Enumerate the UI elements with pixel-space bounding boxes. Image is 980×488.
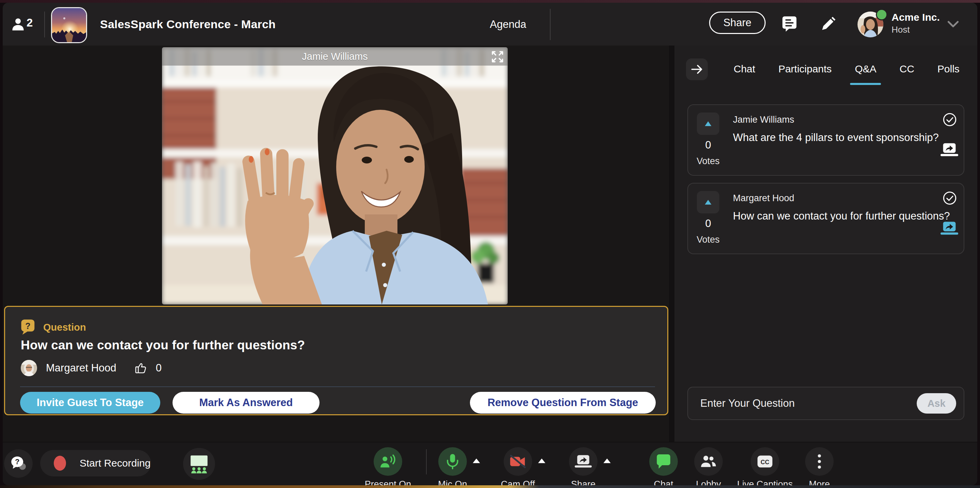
video-title-bar: Jamie Williams: [162, 47, 508, 66]
speaker-video-tile: Jamie Williams: [162, 47, 508, 304]
viewer-count-icon: [11, 17, 25, 33]
question-badge-label: Question: [43, 322, 86, 333]
account-role: Host: [891, 24, 940, 35]
cam-off-icon: [509, 454, 527, 469]
question-author-name: Margaret Hood: [46, 362, 116, 374]
edit-button[interactable]: [819, 14, 838, 33]
more-dots-icon: [817, 454, 821, 469]
topbar-divider: [44, 11, 45, 37]
screen-share-label: Share: [571, 479, 595, 485]
qa-card: 0 Votes Margaret Hood How can we contact…: [687, 183, 964, 254]
invite-guest-button[interactable]: Invite Guest To Stage: [20, 392, 160, 414]
tab-participants[interactable]: Participants: [773, 63, 837, 85]
stage-area: Jamie Williams ? Question: [3, 46, 669, 442]
mic-on-icon: [445, 453, 460, 470]
chat-bubble-icon: [656, 454, 671, 469]
upvote-icon: [704, 120, 712, 127]
account-menu-chevron[interactable]: [947, 21, 959, 29]
bottom-toolbar: ? Start Recording: [3, 442, 977, 485]
push-to-stage-button[interactable]: [940, 143, 958, 158]
speaker-video: [162, 47, 508, 304]
top-bar: 2 SalesSpark Confere: [3, 3, 977, 46]
lobby-label: Lobby: [696, 479, 721, 485]
engagement-sidebar: Chat Participants Q&A CC Polls 0 Votes J…: [675, 46, 977, 442]
present-control[interactable]: Present On: [350, 447, 425, 485]
present-on-icon: [380, 454, 396, 469]
fullscreen-button[interactable]: [491, 50, 504, 63]
tab-chat[interactable]: Chat: [729, 63, 760, 85]
screen-share-icon: [575, 455, 592, 468]
chevron-down-icon: [947, 21, 959, 28]
question-input[interactable]: [700, 397, 917, 410]
notes-icon: [782, 16, 797, 32]
collapse-sidebar-button[interactable]: [686, 59, 708, 80]
nav-agenda[interactable]: Agenda: [479, 18, 537, 30]
arrow-right-icon: [691, 64, 703, 74]
cc-icon: CC: [757, 455, 773, 468]
lobby-people-icon: [700, 454, 717, 469]
app-window: 2 SalesSpark Confere: [3, 3, 977, 485]
event-title: SalesSpark Conference - March: [100, 17, 275, 31]
help-button[interactable]: ?: [4, 449, 33, 478]
cam-label: Cam Off: [501, 479, 535, 485]
viewer-count[interactable]: 2: [27, 16, 33, 29]
tab-qa[interactable]: Q&A: [850, 63, 881, 85]
record-icon: [54, 456, 66, 471]
votes-label: Votes: [691, 234, 725, 245]
qa-card: 0 Votes Jamie Williams What are the 4 pi…: [687, 105, 964, 176]
pencil-icon: [821, 16, 836, 31]
question-author-avatar: [21, 360, 37, 376]
share-to-stage-icon: [940, 143, 958, 157]
start-recording-label: Start Recording: [80, 458, 150, 469]
remove-question-button[interactable]: Remove Question From Stage: [470, 392, 656, 414]
mark-answered-icon-button[interactable]: [943, 191, 957, 207]
share-to-stage-icon-active: [940, 222, 958, 235]
stage-layout-button[interactable]: [183, 448, 215, 480]
tab-polls[interactable]: Polls: [933, 63, 964, 85]
qa-author: Jamie Williams: [733, 114, 794, 125]
topbar-divider-2: [550, 9, 550, 40]
qa-author: Margaret Hood: [733, 193, 794, 204]
camera-options-chevron[interactable]: [538, 458, 546, 465]
svg-text:?: ?: [25, 321, 30, 331]
mic-control[interactable]: Mic On: [415, 447, 490, 485]
qa-question-text: How can we contact you for further quest…: [733, 210, 950, 222]
share-options-chevron[interactable]: [603, 458, 611, 465]
speaker-name: Jamie Williams: [302, 51, 368, 62]
thumbs-up-icon[interactable]: [134, 361, 147, 374]
check-circle-icon: [943, 112, 957, 127]
staged-question-text: How can we contact you for further quest…: [21, 338, 305, 352]
tab-cc[interactable]: CC: [894, 63, 919, 85]
upvote-button[interactable]: [697, 191, 719, 214]
online-status-dot: [876, 9, 888, 21]
qa-question-text: What are the 4 pillars to event sponsors…: [733, 132, 939, 144]
stage-layout-icon: [189, 454, 209, 474]
chevron-up-icon: [538, 458, 546, 464]
desktop-wallpaper-top: [0, 0, 980, 3]
upvote-button[interactable]: [697, 112, 719, 135]
sidebar-tabs: Chat Participants Q&A CC Polls: [722, 63, 971, 85]
account-name: Acme Inc.: [891, 11, 940, 23]
more-control[interactable]: More: [782, 447, 857, 485]
present-label: Present On: [365, 479, 411, 485]
chat-label: Chat: [654, 479, 673, 485]
check-circle-icon: [943, 191, 957, 205]
mic-options-chevron[interactable]: [472, 458, 480, 465]
share-event-button[interactable]: Share: [709, 11, 765, 34]
push-to-stage-button-active[interactable]: [940, 222, 958, 236]
help-icon: ?: [11, 456, 26, 471]
screen-share-control[interactable]: Share: [546, 447, 620, 485]
question-like-count: 0: [156, 362, 162, 374]
ask-button[interactable]: Ask: [917, 393, 956, 414]
svg-text:?: ?: [15, 458, 19, 466]
account-info[interactable]: Acme Inc. Host: [891, 11, 940, 35]
panel-gap: [669, 46, 675, 485]
svg-text:CC: CC: [760, 459, 769, 466]
camera-control[interactable]: Cam Off: [480, 447, 555, 485]
mark-answered-icon-button[interactable]: [943, 112, 957, 128]
start-recording-button[interactable]: Start Recording: [40, 450, 151, 477]
notes-button[interactable]: [780, 14, 799, 33]
event-thumbnail: [51, 7, 87, 43]
mark-answered-button[interactable]: Mark As Answered: [172, 392, 320, 414]
chevron-up-icon: [472, 458, 480, 464]
